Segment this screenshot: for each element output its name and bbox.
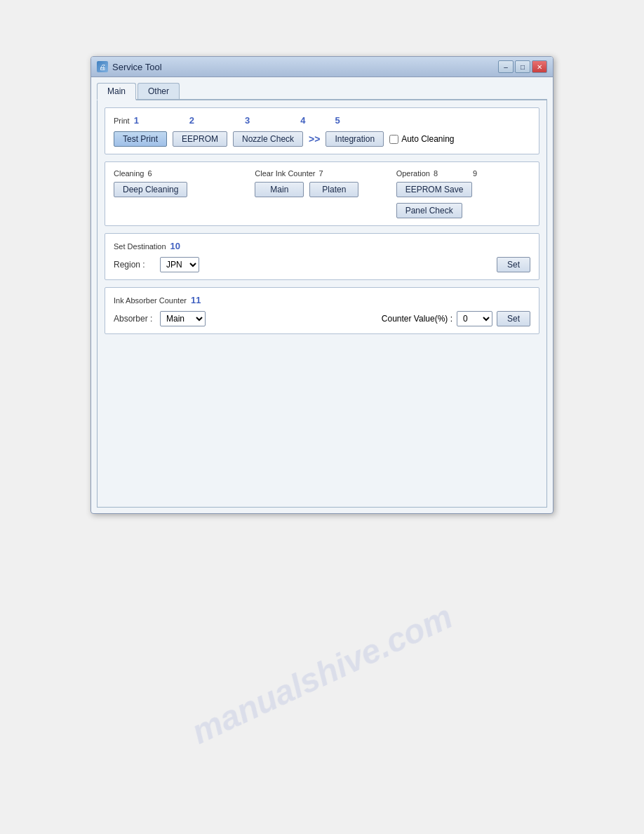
service-tool-window: 🖨 Service Tool – □ ✕ Main Other Print 1 … — [90, 56, 554, 514]
title-bar-left: 🖨 Service Tool — [97, 61, 162, 72]
auto-cleaning-label[interactable]: Auto Cleaning — [389, 134, 454, 144]
absorber-select[interactable]: Main Platen — [160, 311, 206, 326]
clear-ink-main-button[interactable]: Main — [255, 182, 304, 197]
minimize-button[interactable]: – — [498, 60, 514, 73]
print-label: Print — [114, 117, 130, 125]
ink-absorber-header: Ink Absorber Counter 11 — [114, 295, 530, 305]
print-step2: 2 — [189, 115, 194, 126]
auto-cleaning-text: Auto Cleaning — [401, 134, 454, 144]
integration-button[interactable]: Integration — [326, 131, 384, 147]
chevron-icon: >> — [309, 133, 320, 145]
ink-absorber-section: Ink Absorber Counter 11 Absorber : Main … — [105, 287, 539, 334]
print-section: Print 1 2 3 4 5 Test Print EEPROM Nozzle… — [105, 107, 539, 154]
tab-main[interactable]: Main — [97, 83, 136, 100]
nozzle-check-button[interactable]: Nozzle Check — [233, 131, 303, 147]
ink-absorber-row: Absorber : Main Platen Counter Value(%) … — [114, 311, 530, 326]
set-destination-header: Set Destination 10 — [114, 241, 530, 251]
set-destination-row: Region : JPN USA EUR AUS CHN Set — [114, 257, 530, 272]
eeprom-button[interactable]: EEPROM — [173, 131, 227, 147]
clear-ink-header: Clear Ink Counter 7 — [255, 169, 389, 178]
clear-ink-buttons: Main Platen — [255, 182, 389, 197]
set-destination-button[interactable]: Set — [497, 257, 530, 272]
app-icon: 🖨 — [97, 61, 108, 72]
clear-ink-counter-subsection: Clear Ink Counter 7 Main Platen — [255, 169, 389, 218]
set-destination-step10: 10 — [170, 241, 180, 251]
main-panel: Print 1 2 3 4 5 Test Print EEPROM Nozzle… — [97, 100, 547, 508]
absorber-label: Absorber : — [114, 314, 156, 324]
deep-cleaning-button[interactable]: Deep Cleaning — [114, 182, 187, 197]
set-destination-section: Set Destination 10 Region : JPN USA EUR … — [105, 233, 539, 280]
middle-section: Cleaning 6 Deep Cleaning Clear Ink Count… — [105, 161, 539, 226]
operation-buttons: EEPROM Save Panel Check — [396, 182, 530, 218]
auto-cleaning-checkbox[interactable] — [389, 135, 398, 144]
eeprom-save-button[interactable]: EEPROM Save — [396, 182, 473, 197]
cleaning-step6: 6 — [147, 169, 152, 178]
title-bar: 🖨 Service Tool – □ ✕ — [91, 57, 553, 77]
region-label: Region : — [114, 260, 156, 270]
panel-check-button[interactable]: Panel Check — [396, 203, 462, 218]
clear-ink-label: Clear Ink Counter — [255, 169, 315, 178]
test-print-button[interactable]: Test Print — [114, 131, 167, 147]
clear-ink-platen-button[interactable]: Platen — [309, 182, 358, 197]
print-step3: 3 — [245, 115, 250, 126]
operation-subsection: Operation 8 9 EEPROM Save Panel Check — [396, 169, 530, 218]
ink-absorber-step11: 11 — [191, 295, 201, 305]
cleaning-label: Cleaning — [114, 169, 144, 178]
title-bar-buttons: – □ ✕ — [498, 60, 547, 73]
print-step5: 5 — [335, 115, 340, 126]
counter-value-label: Counter Value(%) : — [382, 314, 452, 324]
print-section-header: Print 1 2 3 4 5 — [114, 115, 530, 126]
operation-step9: 9 — [473, 169, 477, 178]
print-buttons-row: Test Print EEPROM Nozzle Check >> Integr… — [114, 131, 530, 147]
ink-absorber-label: Ink Absorber Counter — [114, 296, 187, 305]
operation-label: Operation — [396, 169, 430, 178]
print-step1: 1 — [134, 115, 139, 126]
cleaning-subsection: Cleaning 6 Deep Cleaning — [114, 169, 248, 218]
tab-bar: Main Other — [97, 83, 547, 100]
operation-step8: 8 — [434, 169, 438, 178]
window-content: Main Other Print 1 2 3 4 5 — [91, 77, 553, 513]
sub-sections-row: Cleaning 6 Deep Cleaning Clear Ink Count… — [114, 169, 530, 218]
ink-absorber-set-button[interactable]: Set — [497, 311, 530, 326]
watermark: manualshive.com — [186, 597, 458, 751]
set-destination-label: Set Destination — [114, 242, 166, 251]
clear-ink-step7: 7 — [319, 169, 323, 178]
region-select[interactable]: JPN USA EUR AUS CHN — [160, 257, 199, 272]
window-title: Service Tool — [112, 62, 162, 72]
close-button[interactable]: ✕ — [532, 60, 547, 73]
tab-other[interactable]: Other — [137, 83, 180, 99]
cleaning-header: Cleaning 6 — [114, 169, 248, 178]
cleaning-buttons: Deep Cleaning — [114, 182, 248, 197]
maximize-button[interactable]: □ — [515, 60, 530, 73]
print-step4: 4 — [300, 115, 305, 126]
counter-value-select[interactable]: 0 10 20 30 40 50 60 70 80 90 100 — [457, 311, 492, 326]
operation-header: Operation 8 9 — [396, 169, 530, 178]
